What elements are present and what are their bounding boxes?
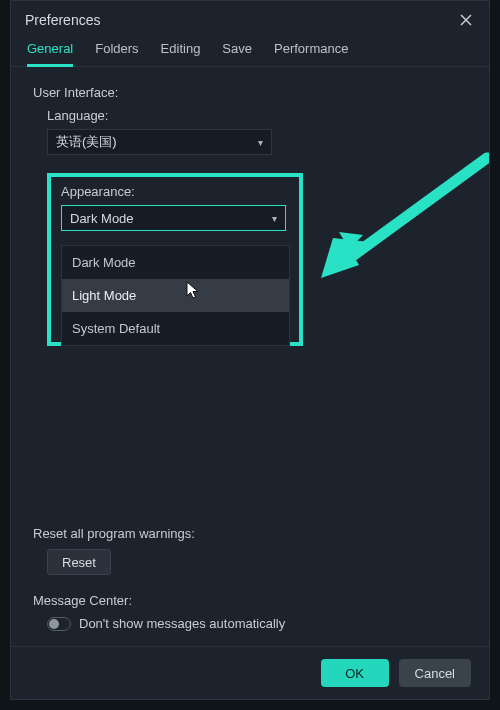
language-select[interactable]: 英语(美国) ▾ bbox=[47, 129, 272, 155]
reset-button[interactable]: Reset bbox=[47, 549, 111, 575]
appearance-select[interactable]: Dark Mode ▾ bbox=[61, 205, 286, 231]
option-light-mode[interactable]: Light Mode bbox=[62, 279, 289, 312]
tab-folders[interactable]: Folders bbox=[95, 41, 138, 66]
reset-label: Reset all program warnings: bbox=[33, 526, 467, 541]
appearance-dropdown: Dark Mode Light Mode System Default bbox=[61, 245, 290, 346]
tab-performance[interactable]: Performance bbox=[274, 41, 348, 66]
window-title: Preferences bbox=[25, 12, 100, 28]
option-dark-mode[interactable]: Dark Mode bbox=[62, 246, 289, 279]
chevron-down-icon: ▾ bbox=[272, 213, 277, 224]
tab-editing[interactable]: Editing bbox=[161, 41, 201, 66]
close-button[interactable] bbox=[457, 11, 475, 29]
ui-section-label: User Interface: bbox=[33, 85, 467, 100]
message-toggle[interactable] bbox=[47, 617, 71, 631]
close-icon bbox=[460, 14, 472, 26]
cancel-button[interactable]: Cancel bbox=[399, 659, 471, 687]
appearance-value: Dark Mode bbox=[70, 211, 134, 226]
message-section-label: Message Center: bbox=[33, 593, 467, 608]
footer: OK Cancel bbox=[11, 646, 489, 699]
ok-button[interactable]: OK bbox=[321, 659, 389, 687]
preferences-window: Preferences General Folders Editing Save… bbox=[10, 0, 490, 700]
content: User Interface: Language: 英语(美国) ▾ Appea… bbox=[11, 67, 489, 646]
option-system-default[interactable]: System Default bbox=[62, 312, 289, 345]
appearance-label: Appearance: bbox=[61, 184, 289, 199]
language-value: 英语(美国) bbox=[56, 133, 117, 151]
tabs: General Folders Editing Save Performance bbox=[11, 35, 489, 67]
chevron-down-icon: ▾ bbox=[258, 137, 263, 148]
message-toggle-label: Don't show messages automatically bbox=[79, 616, 285, 631]
language-label: Language: bbox=[47, 108, 467, 123]
titlebar: Preferences bbox=[11, 1, 489, 35]
tab-save[interactable]: Save bbox=[222, 41, 252, 66]
appearance-highlight-box: Appearance: Dark Mode ▾ Dark Mode Light … bbox=[47, 173, 303, 346]
tab-general[interactable]: General bbox=[27, 41, 73, 67]
